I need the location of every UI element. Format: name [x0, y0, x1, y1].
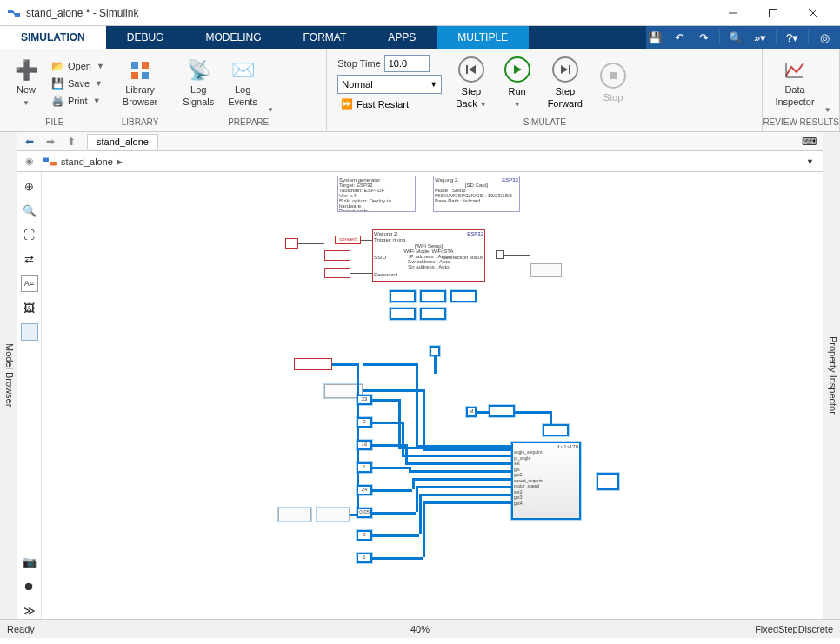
target-icon[interactable]: ◎ — [816, 29, 833, 46]
screenshot-button[interactable]: 📷 — [21, 553, 38, 570]
library-browser-button[interactable]: Library Browser — [116, 55, 164, 110]
block-sel-3[interactable] — [450, 290, 477, 302]
block-const-2[interactable]: 16 — [357, 440, 372, 450]
nav-bar: ⬅ ➡ ⬆ stand_alone ⌨ — [17, 132, 823, 151]
tab-simulation[interactable]: SIMULATION — [0, 26, 106, 49]
status-solver[interactable]: FixedStepDiscrete — [755, 624, 833, 634]
annotation-button[interactable]: A≡ — [21, 275, 38, 292]
property-inspector-tab[interactable]: Property Inspector — [823, 132, 840, 619]
group-simulate: Stop Time Normal▼ ⏩ Fast Restart Step Ba… — [327, 49, 763, 131]
block-const-6[interactable]: 8 — [357, 530, 372, 541]
breadcrumb-scope-button[interactable]: ◉ — [21, 154, 38, 169]
simulation-mode-select[interactable]: Normal▼ — [337, 75, 442, 94]
block-source-3[interactable] — [278, 508, 311, 521]
library-icon — [128, 58, 152, 83]
fast-restart-button[interactable]: ⏩ Fast Restart — [337, 96, 442, 111]
block-const-7[interactable]: 1 — [357, 553, 372, 563]
nav-up-button[interactable]: ⬆ — [63, 134, 80, 149]
step-forward-button[interactable]: Step Forward — [539, 53, 591, 112]
block-const-0[interactable]: 23 — [357, 395, 372, 405]
block-inport[interactable] — [285, 238, 298, 249]
block-scope-wifi[interactable] — [530, 263, 562, 277]
block-sel-1[interactable] — [390, 290, 416, 302]
block-mux[interactable]: M — [466, 407, 477, 417]
status-zoom[interactable]: 40% — [410, 624, 430, 634]
tab-debug[interactable]: DEBUG — [106, 26, 185, 49]
record-button[interactable]: ⏺ — [21, 577, 38, 594]
palette-expand-button[interactable]: ≫ — [21, 601, 38, 619]
model-icon — [42, 154, 57, 169]
fit-view-button[interactable]: ⛶ — [21, 226, 38, 243]
block-sel-4[interactable] — [390, 308, 416, 320]
block-subsystem[interactable]: if u1>170 angle_setpointpt_anglesetgstgs… — [511, 442, 581, 520]
block-source-1[interactable] — [294, 358, 332, 370]
tab-multiple[interactable]: MULTIPLE — [437, 26, 529, 49]
undo-icon[interactable]: ↶ — [670, 29, 688, 46]
status-ready: Ready — [7, 624, 35, 634]
block-scope-1[interactable] — [543, 424, 569, 436]
save-icon[interactable]: 💾 — [646, 29, 663, 46]
block-const-5[interactable]: 0.05 — [357, 508, 372, 518]
breadcrumb-root[interactable]: stand_alone — [61, 156, 113, 167]
open-button[interactable]: 📂 Open▼ — [50, 58, 104, 74]
new-button[interactable]: ➕ New▼ — [5, 55, 47, 110]
antenna-icon: 📡 — [186, 58, 210, 83]
fast-restart-icon: ⏩ — [341, 98, 353, 110]
keyboard-icon[interactable]: ⌨ — [798, 135, 819, 149]
image-button[interactable]: 🖼 — [21, 299, 38, 316]
save-button[interactable]: 💾 Save▼ — [50, 76, 104, 91]
block-const-1[interactable]: 0 — [357, 417, 372, 428]
breadcrumb-dropdown[interactable]: ▼ — [801, 157, 819, 166]
step-back-button[interactable]: Step Back ▼ — [447, 53, 495, 112]
block-source-4[interactable] — [317, 508, 350, 521]
search-icon[interactable]: 🔍 — [727, 29, 744, 46]
block-node-top[interactable] — [430, 346, 440, 356]
prepare-expand-button[interactable]: ▼ — [267, 106, 274, 114]
nav-forward-button[interactable]: ➡ — [42, 134, 59, 149]
svg-rect-19 — [50, 162, 57, 166]
help-icon[interactable]: ?▾ — [783, 29, 801, 46]
group-library: Library Browser LIBRARY — [110, 49, 170, 131]
model-tab[interactable]: stand_alone — [87, 134, 158, 149]
zoom-fit-button[interactable]: ⊕ — [21, 177, 38, 195]
redo-icon[interactable]: ↷ — [695, 29, 712, 46]
area-button[interactable] — [21, 323, 38, 341]
close-button[interactable] — [793, 1, 833, 25]
run-button[interactable]: Run▼ — [496, 53, 539, 112]
chevron-down-icon[interactable]: »▾ — [751, 29, 769, 46]
tab-apps[interactable]: APPS — [367, 26, 437, 49]
print-button[interactable]: 🖨️ Print▼ — [50, 93, 104, 109]
block-info-system-gen[interactable]: System generatorTarget: ESP32Toolchain: … — [337, 176, 416, 212]
data-inspector-button[interactable]: Data Inspector — [768, 55, 821, 110]
canvas[interactable]: System generatorTarget: ESP32Toolchain: … — [42, 172, 823, 619]
model-browser-tab[interactable]: Model Browser — [0, 132, 17, 619]
tab-modeling[interactable]: MODELING — [184, 26, 282, 49]
review-expand-button[interactable]: ▼ — [824, 106, 831, 114]
minimize-button[interactable] — [713, 1, 753, 25]
block-convert[interactable]: convert — [335, 236, 361, 244]
log-events-button[interactable]: ✉️ Log Events — [221, 55, 264, 110]
block-sel-5[interactable] — [420, 308, 446, 320]
svg-rect-1 — [15, 13, 20, 17]
quick-access: 💾 ↶ ↷ 🔍 »▾ ?▾ ◎ — [646, 26, 840, 49]
block-display-right[interactable] — [597, 473, 619, 490]
nav-back-button[interactable]: ⬅ — [21, 134, 38, 149]
block-const-3[interactable]: 1 — [357, 462, 372, 473]
tab-format[interactable]: FORMAT — [282, 26, 367, 49]
toolstrip: ➕ New▼ 📂 Open▼ 💾 Save▼ 🖨️ Print▼ FILE — [0, 49, 840, 132]
maximize-button[interactable] — [753, 1, 793, 25]
zoom-tool-button[interactable]: 🔍 — [21, 202, 38, 219]
block-wifi-setup[interactable]: Waijung 2ESP32 Trigger: rising [WiFi Set… — [372, 229, 485, 282]
log-signals-button[interactable]: 📡 Log Signals — [176, 55, 221, 110]
svg-marker-13 — [561, 65, 568, 74]
sample-time-button[interactable]: ⇄ — [21, 250, 38, 268]
block-info-sdcard[interactable]: Waijung 2ESP32 [SD Card] Mode : SetupMIS… — [433, 176, 520, 212]
stop-button[interactable]: Stop — [591, 59, 635, 107]
block-password[interactable] — [324, 268, 350, 278]
stop-time-input[interactable] — [384, 55, 430, 72]
block-const-4[interactable]: 24 — [357, 485, 372, 495]
block-after-mux[interactable] — [489, 405, 515, 417]
block-ssid[interactable] — [324, 250, 350, 261]
block-sel-2[interactable] — [420, 290, 446, 302]
block-terminator-wifi[interactable] — [496, 250, 504, 259]
